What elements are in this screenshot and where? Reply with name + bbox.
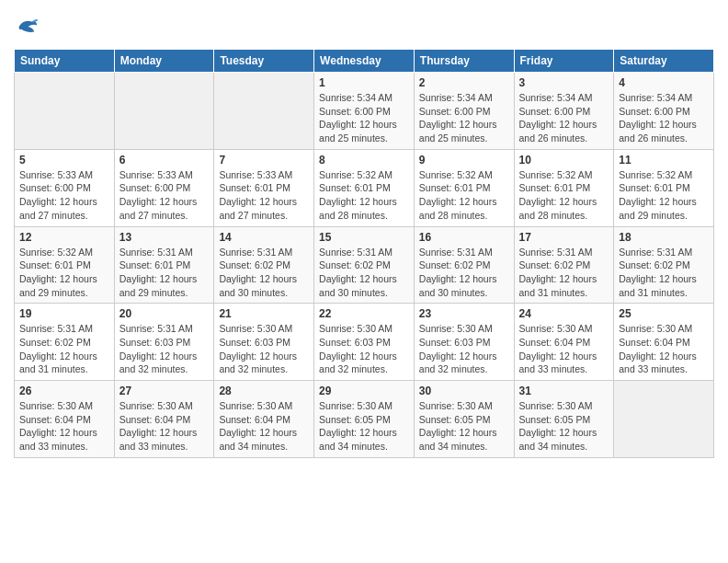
day-number: 27 — [119, 385, 210, 397]
day-info: Sunrise: 5:33 AMSunset: 6:00 PMDaylight:… — [19, 168, 109, 223]
calendar-header-friday: Friday — [514, 50, 614, 73]
day-info: Sunrise: 5:32 AMSunset: 6:01 PMDaylight:… — [319, 168, 409, 223]
calendar-cell: 16Sunrise: 5:31 AMSunset: 6:02 PMDayligh… — [414, 226, 514, 304]
day-number: 7 — [219, 154, 309, 167]
day-info: Sunrise: 5:30 AMSunset: 6:03 PMDaylight:… — [219, 322, 309, 376]
calendar-cell: 7Sunrise: 5:33 AMSunset: 6:01 PMDaylight… — [214, 149, 314, 226]
day-info: Sunrise: 5:30 AMSunset: 6:03 PMDaylight:… — [319, 322, 409, 376]
calendar-cell — [114, 73, 214, 150]
logo — [14, 14, 43, 40]
day-info: Sunrise: 5:31 AMSunset: 6:02 PMDaylight:… — [219, 246, 309, 300]
day-number: 13 — [119, 231, 210, 244]
day-info: Sunrise: 5:32 AMSunset: 6:01 PMDaylight:… — [419, 168, 509, 223]
calendar-cell — [214, 73, 314, 150]
calendar-cell: 6Sunrise: 5:33 AMSunset: 6:00 PMDaylight… — [114, 149, 214, 226]
day-number: 6 — [119, 154, 210, 167]
day-info: Sunrise: 5:33 AMSunset: 6:01 PMDaylight:… — [219, 168, 309, 223]
calendar-cell: 2Sunrise: 5:34 AMSunset: 6:00 PMDaylight… — [414, 73, 514, 150]
calendar-cell: 8Sunrise: 5:32 AMSunset: 6:01 PMDaylight… — [314, 149, 415, 226]
calendar-cell: 26Sunrise: 5:30 AMSunset: 6:04 PMDayligh… — [15, 381, 115, 458]
day-number: 22 — [319, 307, 409, 320]
day-number: 8 — [319, 154, 409, 167]
calendar-header-tuesday: Tuesday — [214, 50, 314, 73]
calendar-header-monday: Monday — [114, 50, 214, 73]
day-number: 24 — [519, 307, 609, 320]
day-info: Sunrise: 5:30 AMSunset: 6:04 PMDaylight:… — [119, 399, 210, 454]
day-info: Sunrise: 5:34 AMSunset: 6:00 PMDaylight:… — [319, 91, 409, 145]
calendar-cell: 28Sunrise: 5:30 AMSunset: 6:04 PMDayligh… — [214, 381, 314, 458]
day-info: Sunrise: 5:30 AMSunset: 6:04 PMDaylight:… — [19, 399, 109, 454]
day-info: Sunrise: 5:30 AMSunset: 6:05 PMDaylight:… — [419, 399, 509, 454]
calendar-header-thursday: Thursday — [414, 50, 514, 73]
day-info: Sunrise: 5:31 AMSunset: 6:02 PMDaylight:… — [19, 322, 109, 376]
calendar-cell: 21Sunrise: 5:30 AMSunset: 6:03 PMDayligh… — [214, 304, 314, 381]
calendar-header-saturday: Saturday — [614, 50, 714, 73]
calendar-cell: 13Sunrise: 5:31 AMSunset: 6:01 PMDayligh… — [114, 226, 214, 304]
calendar-week-3: 12Sunrise: 5:32 AMSunset: 6:01 PMDayligh… — [15, 226, 714, 304]
day-number: 29 — [319, 385, 409, 397]
day-info: Sunrise: 5:32 AMSunset: 6:01 PMDaylight:… — [619, 168, 709, 223]
calendar-week-4: 19Sunrise: 5:31 AMSunset: 6:02 PMDayligh… — [15, 304, 714, 381]
calendar-cell: 11Sunrise: 5:32 AMSunset: 6:01 PMDayligh… — [614, 149, 714, 226]
day-number: 25 — [619, 307, 709, 320]
day-number: 5 — [19, 154, 109, 167]
day-info: Sunrise: 5:31 AMSunset: 6:03 PMDaylight:… — [119, 322, 210, 376]
calendar-cell: 20Sunrise: 5:31 AMSunset: 6:03 PMDayligh… — [114, 304, 214, 381]
calendar-cell: 17Sunrise: 5:31 AMSunset: 6:02 PMDayligh… — [514, 226, 614, 304]
day-number: 10 — [519, 154, 609, 167]
calendar-cell: 9Sunrise: 5:32 AMSunset: 6:01 PMDaylight… — [414, 149, 514, 226]
day-number: 30 — [419, 385, 509, 397]
day-info: Sunrise: 5:30 AMSunset: 6:05 PMDaylight:… — [519, 399, 609, 454]
day-info: Sunrise: 5:32 AMSunset: 6:01 PMDaylight:… — [519, 168, 609, 223]
calendar-cell: 24Sunrise: 5:30 AMSunset: 6:04 PMDayligh… — [514, 304, 614, 381]
day-number: 18 — [619, 231, 709, 244]
day-info: Sunrise: 5:34 AMSunset: 6:00 PMDaylight:… — [419, 91, 509, 145]
calendar-cell: 14Sunrise: 5:31 AMSunset: 6:02 PMDayligh… — [214, 226, 314, 304]
calendar-week-2: 5Sunrise: 5:33 AMSunset: 6:00 PMDaylight… — [15, 149, 714, 226]
calendar-cell: 27Sunrise: 5:30 AMSunset: 6:04 PMDayligh… — [114, 381, 214, 458]
calendar-header-row: SundayMondayTuesdayWednesdayThursdayFrid… — [15, 50, 714, 73]
day-number: 3 — [519, 76, 609, 89]
calendar-cell: 1Sunrise: 5:34 AMSunset: 6:00 PMDaylight… — [314, 73, 415, 150]
day-number: 20 — [119, 307, 210, 320]
day-info: Sunrise: 5:30 AMSunset: 6:04 PMDaylight:… — [219, 399, 309, 454]
day-number: 31 — [519, 385, 609, 397]
day-number: 12 — [19, 231, 109, 244]
day-number: 4 — [619, 76, 709, 89]
calendar-cell: 30Sunrise: 5:30 AMSunset: 6:05 PMDayligh… — [414, 381, 514, 458]
calendar-header-sunday: Sunday — [15, 50, 115, 73]
day-info: Sunrise: 5:32 AMSunset: 6:01 PMDaylight:… — [19, 246, 109, 300]
calendar-cell: 12Sunrise: 5:32 AMSunset: 6:01 PMDayligh… — [15, 226, 115, 304]
day-number: 11 — [619, 154, 709, 167]
calendar-header-wednesday: Wednesday — [314, 50, 415, 73]
day-number: 9 — [419, 154, 509, 167]
day-number: 28 — [219, 385, 309, 397]
calendar-cell: 23Sunrise: 5:30 AMSunset: 6:03 PMDayligh… — [414, 304, 514, 381]
calendar-cell: 22Sunrise: 5:30 AMSunset: 6:03 PMDayligh… — [314, 304, 415, 381]
calendar-week-1: 1Sunrise: 5:34 AMSunset: 6:00 PMDaylight… — [15, 73, 714, 150]
calendar-cell: 29Sunrise: 5:30 AMSunset: 6:05 PMDayligh… — [314, 381, 415, 458]
day-info: Sunrise: 5:34 AMSunset: 6:00 PMDaylight:… — [619, 91, 709, 145]
calendar-cell — [15, 73, 115, 150]
calendar-cell: 31Sunrise: 5:30 AMSunset: 6:05 PMDayligh… — [514, 381, 614, 458]
calendar-cell: 25Sunrise: 5:30 AMSunset: 6:04 PMDayligh… — [614, 304, 714, 381]
day-info: Sunrise: 5:34 AMSunset: 6:00 PMDaylight:… — [519, 91, 609, 145]
day-number: 26 — [19, 385, 109, 397]
calendar-cell — [614, 381, 714, 458]
calendar-table: SundayMondayTuesdayWednesdayThursdayFrid… — [14, 49, 714, 458]
day-number: 14 — [219, 231, 309, 244]
calendar-cell: 15Sunrise: 5:31 AMSunset: 6:02 PMDayligh… — [314, 226, 415, 304]
day-info: Sunrise: 5:33 AMSunset: 6:00 PMDaylight:… — [119, 168, 210, 223]
calendar-cell: 18Sunrise: 5:31 AMSunset: 6:02 PMDayligh… — [614, 226, 714, 304]
day-number: 23 — [419, 307, 509, 320]
day-info: Sunrise: 5:31 AMSunset: 6:02 PMDaylight:… — [619, 246, 709, 300]
day-info: Sunrise: 5:31 AMSunset: 6:02 PMDaylight:… — [519, 246, 609, 300]
day-info: Sunrise: 5:30 AMSunset: 6:04 PMDaylight:… — [519, 322, 609, 376]
day-number: 15 — [319, 231, 409, 244]
day-number: 21 — [219, 307, 309, 320]
day-number: 17 — [519, 231, 609, 244]
day-info: Sunrise: 5:31 AMSunset: 6:02 PMDaylight:… — [419, 246, 509, 300]
day-number: 16 — [419, 231, 509, 244]
page-header — [14, 14, 714, 40]
day-info: Sunrise: 5:30 AMSunset: 6:05 PMDaylight:… — [319, 399, 409, 454]
